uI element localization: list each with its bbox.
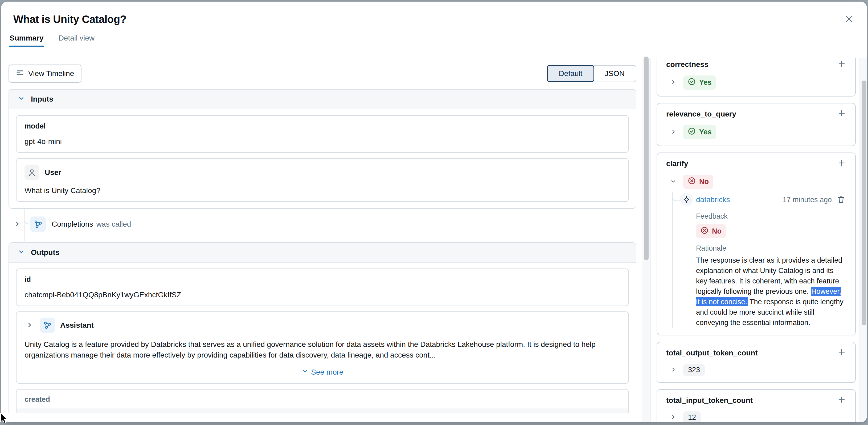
- check-circle-icon: [687, 127, 696, 137]
- role-name: User: [45, 168, 61, 177]
- plus-icon: [837, 401, 846, 405]
- model-field-card: model gpt-4o-mini: [16, 115, 629, 153]
- assessment-value: Yes: [699, 128, 712, 136]
- feedback-value-badge: No: [696, 224, 726, 238]
- add-assessment-button[interactable]: [837, 395, 846, 405]
- tab-summary[interactable]: Summary: [9, 34, 44, 47]
- main-panel: View Timeline Default JSON Inputs mo: [8, 58, 637, 413]
- panel-scrollbar: [860, 58, 867, 422]
- close-icon: [844, 21, 854, 25]
- assessment-value: Yes: [699, 78, 712, 87]
- expand-chevron-icon[interactable]: [670, 128, 677, 137]
- add-assessment-button[interactable]: [837, 59, 846, 69]
- assistant-model-icon: [40, 318, 55, 333]
- close-button[interactable]: [843, 13, 855, 25]
- feedback-source-link[interactable]: databricks: [696, 195, 730, 204]
- assistant-message-text: Unity Catalog is a feature provided by D…: [25, 339, 620, 361]
- expand-chevron-icon[interactable]: [670, 366, 677, 374]
- view-timeline-label: View Timeline: [28, 69, 74, 78]
- tab-detail-view[interactable]: Detail view: [58, 34, 95, 47]
- expand-chevron-icon[interactable]: [25, 320, 35, 331]
- assessment-card-output-tokens: total_output_token_count 323: [657, 342, 856, 383]
- plus-icon: [837, 115, 846, 119]
- assistant-role-row: Assistant: [25, 318, 620, 333]
- outputs-section: Outputs id chatcmpl-Beb041QQ8pBnKy1wyGEx…: [8, 243, 637, 413]
- assessment-title: clarify: [666, 160, 688, 168]
- panel-scrollbar-thumb[interactable]: [862, 81, 866, 325]
- view-mode-toggle: Default JSON: [547, 65, 637, 82]
- assessment-feedback-thread: databricks 17 minutes ago Feedback: [672, 193, 846, 328]
- timeline-icon: [16, 69, 24, 79]
- chevron-down-icon: [18, 248, 25, 257]
- main-scrollbar: [642, 58, 651, 422]
- inputs-section-title: Inputs: [31, 95, 53, 104]
- inputs-section: Inputs model gpt-4o-mini User: [8, 89, 637, 209]
- view-mode-default[interactable]: Default: [547, 65, 594, 82]
- span-suffix: was called: [96, 220, 131, 228]
- field-label: created: [17, 390, 628, 408]
- field-label: id: [25, 276, 620, 284]
- feedback-header-row: databricks 17 minutes ago: [696, 193, 846, 206]
- user-message-card: User What is Unity Catalog?: [16, 158, 629, 202]
- see-more-label: See more: [311, 368, 343, 376]
- collapse-chevron-icon[interactable]: [670, 177, 677, 186]
- toolbar: View Timeline Default JSON: [8, 64, 637, 83]
- add-assessment-button[interactable]: [837, 109, 846, 119]
- completions-model-icon: [30, 217, 46, 232]
- view-mode-json[interactable]: JSON: [593, 65, 637, 82]
- add-assessment-button[interactable]: [837, 348, 846, 358]
- page-title: What is Unity Catalog?: [13, 13, 855, 25]
- assessment-title: relevance_to_query: [666, 110, 736, 118]
- plus-icon: [837, 164, 846, 168]
- inputs-section-body: model gpt-4o-mini User What is Unity Cat…: [9, 109, 636, 208]
- plus-icon: [837, 353, 846, 358]
- delete-feedback-button[interactable]: [836, 194, 846, 205]
- main-scrollbar-thumb[interactable]: [644, 57, 649, 260]
- tab-detail-view-label: Detail view: [59, 34, 95, 42]
- expand-chevron-icon[interactable]: [12, 219, 22, 230]
- rationale-label: Rationale: [696, 244, 846, 253]
- assessment-title: total_input_token_count: [666, 396, 753, 405]
- assessment-card-clarify: clarify No: [657, 152, 856, 335]
- see-more-button[interactable]: See more: [25, 367, 620, 377]
- outputs-section-title: Outputs: [31, 248, 59, 257]
- sparkle-icon: [680, 193, 693, 206]
- content-area: View Timeline Default JSON Inputs mo: [1, 58, 867, 422]
- add-assessment-button[interactable]: [837, 159, 846, 168]
- chevron-down-icon: [301, 368, 308, 376]
- plus-icon: [837, 65, 846, 69]
- x-circle-icon: [700, 226, 709, 236]
- id-field-card: id chatcmpl-Beb041QQ8pBnKy1wyGExhctGkIfS…: [16, 268, 629, 306]
- tab-bar: Summary Detail view: [1, 34, 867, 47]
- user-role-row: User: [25, 165, 620, 180]
- feedback-label: Feedback: [696, 212, 846, 221]
- feedback-timestamp: 17 minutes ago: [782, 196, 832, 204]
- modal-header: What is Unity Catalog?: [1, 2, 867, 25]
- code-block: 1 1749015048: [17, 408, 628, 413]
- feedback-value: No: [712, 227, 721, 235]
- assessments-panel: correctness Yes: [657, 58, 856, 422]
- expand-chevron-icon[interactable]: [670, 413, 677, 422]
- chevron-down-icon: [18, 95, 25, 104]
- assessment-card-input-tokens: total_input_token_count 12: [657, 389, 856, 422]
- x-circle-icon: [687, 176, 696, 187]
- assessment-title: total_output_token_count: [666, 349, 758, 357]
- role-name: Assistant: [60, 321, 94, 330]
- mouse-cursor: [0, 413, 11, 425]
- assessment-card-relevance: relevance_to_query Yes: [657, 103, 856, 146]
- field-value: chatcmpl-Beb041QQ8pBnKy1wyGExhctGkIfSZ: [25, 291, 620, 299]
- check-circle-icon: [687, 77, 696, 88]
- assessment-card-correctness: correctness Yes: [657, 58, 856, 96]
- span-name[interactable]: Completions: [52, 220, 93, 228]
- outputs-section-body: id chatcmpl-Beb041QQ8pBnKy1wyGExhctGkIfS…: [9, 263, 636, 413]
- user-message-text: What is Unity Catalog?: [25, 187, 620, 195]
- inputs-section-header[interactable]: Inputs: [9, 90, 636, 109]
- completions-span-row: Completions was called: [8, 213, 637, 236]
- assessment-value-badge: Yes: [683, 125, 716, 139]
- expand-chevron-icon[interactable]: [670, 78, 677, 87]
- assistant-message-card: Assistant Unity Catalog is a feature pro…: [16, 311, 629, 384]
- field-label: model: [25, 122, 620, 131]
- outputs-section-header[interactable]: Outputs: [9, 243, 636, 263]
- view-timeline-button[interactable]: View Timeline: [8, 64, 82, 83]
- tab-summary-label: Summary: [9, 34, 44, 42]
